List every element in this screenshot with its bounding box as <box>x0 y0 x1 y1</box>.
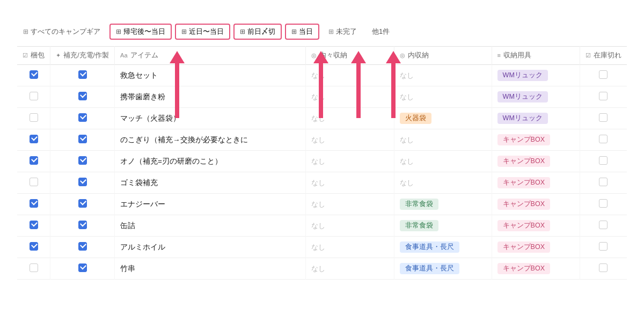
checkbox-hokyuu-7[interactable] <box>78 221 87 229</box>
cell-hokyuu-3[interactable] <box>50 129 115 151</box>
cell-stock-3[interactable] <box>580 129 627 151</box>
filter-item-incomplete[interactable]: ⊞未完了 <box>323 24 363 39</box>
checkbox-konpo-3[interactable] <box>30 135 38 143</box>
filter-item-near-day[interactable]: ⊞近日〜当日 <box>175 24 230 40</box>
table-row: アルミホイルなし食事道具・長尺キャンプBOX <box>17 237 627 258</box>
checkbox-konpo-5[interactable] <box>30 178 38 186</box>
checkbox-hokyuu-6[interactable] <box>78 199 87 208</box>
cell-item-5: ゴミ袋補充 <box>115 172 306 194</box>
cell-stock-2[interactable] <box>580 108 627 129</box>
checkbox-stock-8[interactable] <box>599 242 608 251</box>
container-tag-6: キャンプBOX <box>497 199 550 210</box>
cell-stock-9[interactable] <box>580 258 627 280</box>
cell-konpo-6[interactable] <box>17 194 50 215</box>
cell-stock-8[interactable] <box>580 237 627 258</box>
col-header-inner: ◎ 内々収納 <box>305 47 394 65</box>
cell-konpo-9[interactable] <box>17 258 50 280</box>
cell-hokyuu-8[interactable] <box>50 237 115 258</box>
checkbox-hokyuu-5[interactable] <box>78 178 87 186</box>
checkbox-hokyuu-8[interactable] <box>78 242 87 251</box>
container-tag-9: キャンプBOX <box>497 263 550 274</box>
cell-hokyuu-1[interactable] <box>50 86 115 108</box>
checkbox-stock-1[interactable] <box>599 92 608 100</box>
col-header-item: Aa アイテム <box>115 47 306 65</box>
cell-item-3: のこぎり（補充→交換が必要なときに <box>115 129 306 151</box>
filter-item-prev-day[interactable]: ⊞前日〆切 <box>233 24 282 40</box>
cell-inner-6: なし <box>305 194 394 215</box>
checkbox-konpo-2[interactable] <box>30 113 38 122</box>
checkbox-stock-7[interactable] <box>599 221 608 229</box>
checkbox-stock-9[interactable] <box>599 263 608 272</box>
cell-hokyuu-2[interactable] <box>50 108 115 129</box>
col-header-storage: ◎ 内収納 <box>394 47 492 65</box>
cell-storage-2: 火器袋 <box>394 108 492 129</box>
cell-hokyuu-0[interactable] <box>50 65 115 86</box>
col-label-storage: 内収納 <box>408 52 429 59</box>
container-tag-2: WMリュック <box>497 113 548 124</box>
checkbox-stock-5[interactable] <box>599 178 608 186</box>
cell-item-4: オノ（補充=刃の研磨のこと） <box>115 151 306 172</box>
filter-item-return-day[interactable]: ⊞帰宅後〜当日 <box>109 24 172 40</box>
filter-item-all[interactable]: ⊞すべてのキャンプギア <box>17 24 106 39</box>
table-container[interactable]: ☑ 梱包✦ 補充/充電/作製Aa アイテム◎ 内々収納◎ 内収納≡ 収納用具☑ … <box>17 46 627 280</box>
cell-konpo-8[interactable] <box>17 237 50 258</box>
table-row: 缶詰なし非常食袋キャンプBOX <box>17 215 627 237</box>
cell-konpo-3[interactable] <box>17 129 50 151</box>
table-row: マッチ（火器袋）なし火器袋WMリュック <box>17 108 627 129</box>
cell-hokyuu-4[interactable] <box>50 151 115 172</box>
checkbox-stock-4[interactable] <box>599 156 608 165</box>
filter-icon-incomplete: ⊞ <box>328 28 334 35</box>
cell-konpo-2[interactable] <box>17 108 50 129</box>
cell-konpo-0[interactable] <box>17 65 50 86</box>
table-row: ゴミ袋補充なしなしキャンプBOX <box>17 172 627 194</box>
checkbox-hokyuu-3[interactable] <box>78 135 87 143</box>
checkbox-konpo-4[interactable] <box>30 156 38 165</box>
checkbox-hokyuu-9[interactable] <box>78 263 87 272</box>
cell-container-9: キャンプBOX <box>492 258 580 280</box>
cell-hokyuu-5[interactable] <box>50 172 115 194</box>
cell-hokyuu-6[interactable] <box>50 194 115 215</box>
cell-stock-5[interactable] <box>580 172 627 194</box>
checkbox-konpo-9[interactable] <box>30 263 38 272</box>
cell-inner-9: なし <box>305 258 394 280</box>
checkbox-stock-2[interactable] <box>599 113 608 122</box>
cell-hokyuu-7[interactable] <box>50 215 115 237</box>
checkbox-konpo-1[interactable] <box>30 92 38 100</box>
table-row: エナジーバーなし非常食袋キャンプBOX <box>17 194 627 215</box>
cell-stock-6[interactable] <box>580 194 627 215</box>
cell-container-5: キャンプBOX <box>492 172 580 194</box>
filter-item-other[interactable]: 他1件 <box>366 24 396 39</box>
cell-stock-0[interactable] <box>580 65 627 86</box>
checkbox-hokyuu-4[interactable] <box>78 156 87 165</box>
checkbox-stock-6[interactable] <box>599 199 608 208</box>
cell-item-0: 救急セット <box>115 65 306 86</box>
checkbox-konpo-6[interactable] <box>30 199 38 208</box>
filter-item-today[interactable]: ⊞当日 <box>285 24 319 40</box>
table-row: 竹串なし食事道具・長尺キャンプBOX <box>17 258 627 280</box>
cell-stock-7[interactable] <box>580 215 627 237</box>
cell-container-1: WMリュック <box>492 86 580 108</box>
cell-container-3: キャンプBOX <box>492 129 580 151</box>
checkbox-konpo-8[interactable] <box>30 242 38 251</box>
cell-stock-4[interactable] <box>580 151 627 172</box>
checkbox-hokyuu-1[interactable] <box>78 92 87 100</box>
checkbox-hokyuu-2[interactable] <box>78 113 87 122</box>
filter-icon-today: ⊞ <box>291 28 297 35</box>
container-tag-5: キャンプBOX <box>497 177 550 188</box>
cell-konpo-7[interactable] <box>17 215 50 237</box>
filter-label-today: 当日 <box>299 27 313 36</box>
col-label-hokyuu: 補充/充電/作製 <box>63 52 109 59</box>
checkbox-hokyuu-0[interactable] <box>78 70 87 79</box>
cell-konpo-1[interactable] <box>17 86 50 108</box>
cell-konpo-4[interactable] <box>17 151 50 172</box>
checkbox-stock-0[interactable] <box>599 70 608 79</box>
filter-label-all: すべてのキャンプギア <box>31 27 100 36</box>
filter-label-incomplete: 未完了 <box>336 27 357 36</box>
cell-hokyuu-9[interactable] <box>50 258 115 280</box>
filter-icon-return-day: ⊞ <box>116 28 121 35</box>
checkbox-stock-3[interactable] <box>599 135 608 143</box>
cell-konpo-5[interactable] <box>17 172 50 194</box>
checkbox-konpo-7[interactable] <box>30 221 38 229</box>
cell-stock-1[interactable] <box>580 86 627 108</box>
checkbox-konpo-0[interactable] <box>30 70 38 79</box>
